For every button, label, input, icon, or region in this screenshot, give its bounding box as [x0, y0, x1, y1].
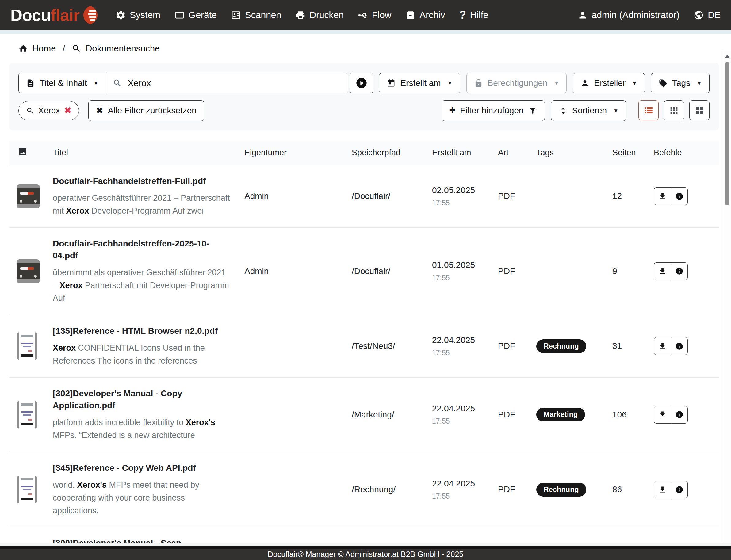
chevron-down-icon: ▼ — [554, 81, 559, 86]
accent-band — [0, 30, 731, 34]
scan-card-icon — [231, 10, 241, 20]
table-row[interactable]: Docuflair-Fachhandelstreffen-2025-10-04.… — [9, 227, 719, 315]
menu-item-scannen[interactable]: Scannen — [231, 10, 281, 20]
creator-filter-button[interactable]: Ersteller▼ — [573, 73, 645, 93]
sort-icon — [559, 106, 568, 115]
search-scope-dropdown[interactable]: Titel & Inhalt ▼ — [18, 73, 106, 93]
remove-filter-icon[interactable]: ✖ — [64, 106, 71, 115]
menu-item-drucken[interactable]: Drucken — [295, 10, 344, 20]
info-button[interactable] — [671, 481, 688, 498]
table-row[interactable]: [135]Reference - HTML Browser n2.0.pdf X… — [9, 315, 719, 377]
view-toggle-list[interactable] — [638, 100, 659, 120]
vertical-scrollbar[interactable] — [723, 51, 731, 543]
search-icon — [113, 78, 122, 88]
document-pages: 106 — [609, 377, 650, 452]
active-filter-chip[interactable]: Xerox ✖ — [18, 101, 79, 120]
download-icon — [658, 267, 667, 275]
download-button[interactable] — [654, 262, 671, 280]
add-filter-label: Filter hinzufügen — [460, 106, 524, 116]
language-menu[interactable]: DE — [694, 10, 721, 20]
horizontal-scrollbar[interactable] — [0, 543, 731, 549]
menu-item-archiv[interactable]: Archiv — [406, 10, 445, 20]
info-button[interactable] — [671, 406, 688, 424]
menu-item-geraete[interactable]: Geräte — [174, 10, 217, 20]
horizontal-scrollbar-thumb[interactable] — [0, 546, 731, 549]
menu-label: Geräte — [188, 10, 217, 20]
document-owner: Admin — [241, 165, 348, 228]
creator-filter-label: Ersteller — [594, 78, 626, 88]
document-title: Docuflair-Fachhandelstreffen-Full.pdf — [53, 175, 234, 187]
created-date-filter-button[interactable]: Erstellt am▼ — [379, 73, 460, 93]
table-header-row: Titel Eigentümer Speicherpfad Erstellt a… — [9, 141, 719, 165]
document-owner: Admin — [241, 227, 348, 315]
run-search-button[interactable] — [349, 73, 374, 93]
table-row[interactable]: [302]Developer's Manual - Copy Applicati… — [9, 377, 719, 452]
results-table-wrap: Titel Eigentümer Speicherpfad Erstellt a… — [9, 141, 719, 560]
tag-badge: Marketing — [536, 408, 585, 421]
col-header-eigentuemer: Eigentümer — [241, 141, 348, 165]
breadcrumb-home[interactable]: Home — [18, 44, 56, 54]
search-input[interactable] — [127, 78, 341, 89]
document-path: /Docuflair/ — [348, 165, 428, 228]
device-icon — [174, 10, 185, 20]
tag-icon — [659, 79, 668, 88]
view-toggle-group — [638, 100, 710, 121]
tags-filter-button[interactable]: Tags▼ — [651, 73, 710, 93]
chevron-down-icon: ▼ — [632, 81, 637, 86]
app-logo-text: Docuflair — [10, 7, 79, 23]
download-button[interactable] — [654, 187, 671, 205]
col-header-titel: Titel — [49, 141, 241, 165]
created-filter-label: Erstellt am — [400, 78, 441, 88]
document-pages: 9 — [609, 227, 650, 315]
document-type: PDF — [494, 227, 533, 315]
breadcrumb-current: Dokumentensuche — [72, 44, 160, 54]
app-logo[interactable]: Docuflair — [10, 6, 98, 24]
document-time: 17:55 — [432, 274, 491, 282]
reset-filters-button[interactable]: ✖ Alle Filter zurücksetzen — [88, 100, 204, 121]
user-menu[interactable]: admin (Administrator) — [578, 10, 680, 20]
filter-row-2: Xerox ✖ ✖ Alle Filter zurücksetzen +Filt… — [18, 100, 710, 121]
view-toggle-grid-large[interactable] — [689, 100, 710, 120]
filter-dropdowns: Erstellt am▼ Berechtigungen▼ Ersteller▼ … — [379, 73, 710, 93]
document-date: 22.04.2025 — [432, 335, 491, 345]
search-box — [106, 73, 348, 93]
info-button[interactable] — [671, 337, 688, 355]
download-icon — [658, 410, 667, 419]
col-header-seiten: Seiten — [609, 141, 650, 165]
gear-icon — [116, 10, 126, 20]
table-row[interactable]: [345]Reference - Copy Web API.pdf world.… — [9, 452, 719, 527]
vertical-scrollbar-thumb[interactable] — [725, 62, 729, 205]
table-row[interactable]: Docuflair-Fachhandelstreffen-Full.pdf op… — [9, 165, 719, 228]
add-filter-button[interactable]: +Filter hinzufügen — [442, 100, 545, 121]
info-button[interactable] — [671, 187, 688, 205]
info-icon — [675, 342, 683, 350]
view-toggle-grid-small[interactable] — [664, 100, 684, 120]
logo-leaf-icon — [82, 6, 98, 24]
menu-item-flow[interactable]: Flow — [358, 10, 391, 20]
image-icon — [18, 147, 28, 157]
scrollbar-up-arrow-icon[interactable] — [725, 55, 730, 58]
sort-button[interactable]: Sortieren▼ — [551, 100, 626, 121]
navbar-right: admin (Administrator) DE — [578, 10, 721, 20]
info-button[interactable] — [671, 262, 688, 280]
reset-filters-label: Alle Filter zurücksetzen — [108, 106, 196, 116]
row-commands — [654, 406, 688, 424]
search-icon — [72, 44, 81, 53]
document-type: PDF — [494, 165, 533, 228]
active-filter-chip-label: Xerox — [38, 106, 60, 116]
menu-item-hilfe[interactable]: ?Hilfe — [459, 10, 489, 21]
document-thumbnail — [17, 401, 37, 429]
menu-item-system[interactable]: System — [116, 10, 160, 20]
document-type: PDF — [494, 452, 533, 527]
menu-label: Archiv — [420, 10, 445, 20]
col-header-speicherpfad: Speicherpfad — [348, 141, 428, 165]
permissions-filter-label: Berechtigungen — [488, 78, 548, 88]
calendar-icon — [387, 79, 396, 88]
download-button[interactable] — [654, 337, 671, 355]
breadcrumb-current-label: Dokumentensuche — [86, 44, 160, 54]
grid-small-icon — [669, 105, 679, 116]
chevron-down-icon: ▼ — [93, 81, 99, 86]
download-button[interactable] — [654, 481, 671, 498]
permissions-filter-button[interactable]: Berechtigungen▼ — [467, 73, 567, 93]
download-button[interactable] — [654, 406, 671, 424]
